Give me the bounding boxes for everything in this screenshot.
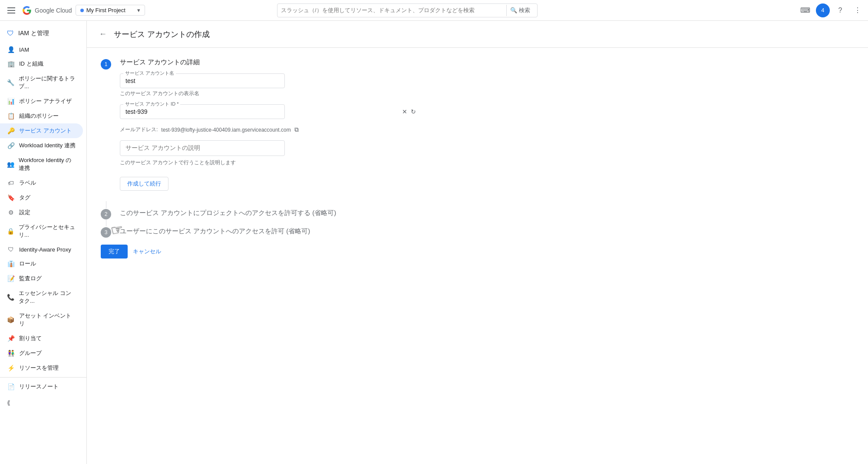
sidebar-item-id-org[interactable]: 🏢 ID と組織 [0, 56, 83, 71]
org-icon: 🏢 [7, 60, 15, 67]
sidebar-item-privacy-security[interactable]: 🔒 プライバシーとセキュリ... [0, 220, 83, 242]
name-hint: このサービス アカウントの表示名 [120, 90, 420, 97]
topbar-right: ⌨ 4 ? ⋮ [799, 3, 865, 17]
trouble-icon: 🔧 [7, 79, 14, 86]
sidebar-item-roles[interactable]: 👔 ロール [0, 256, 83, 271]
sidebar-item-workload-identity[interactable]: 🔗 Workload Identity 連携 [0, 138, 83, 153]
id-input-actions: ✕ ↻ [401, 107, 417, 116]
project-name: My First Project [86, 7, 125, 13]
sidebar-item-label: 監査ログ [19, 275, 42, 282]
sidebar-item-label: リリースノート [19, 383, 59, 391]
done-btn-label: 完了 [109, 248, 120, 255]
step2-content: このサービス アカウントにプロジェクトへのアクセスを許可する (省略可) [120, 208, 420, 219]
avatar-label: 4 [821, 7, 824, 13]
sidebar-item-essential-contact[interactable]: 📞 エッセンシャル コンタク... [0, 286, 83, 308]
labels-icon: 🏷 [7, 179, 15, 186]
step2-indicator: 2 [101, 208, 111, 219]
shield-icon: 🛡 [7, 30, 14, 37]
name-field-label: サービス アカウント名 [123, 70, 176, 76]
sidebar-item-label: ポリシーに関するトラブ... [19, 75, 76, 90]
sidebar-item-label: エッセンシャル コンタク... [19, 289, 76, 305]
step3-num-label: 3 [105, 229, 108, 235]
step1-num-label: 1 [105, 61, 108, 67]
help-icon: ? [838, 7, 842, 14]
sidebar-item-release-notes[interactable]: 📄 リリースノート [0, 379, 83, 394]
sidebar-item-labels[interactable]: 🏷 ラベル [0, 176, 83, 190]
terminal-button[interactable]: ⌨ [799, 3, 812, 17]
sidebar-item-org-policy[interactable]: 📋 組織のポリシー [0, 109, 83, 123]
terminal-icon: ⌨ [800, 6, 810, 14]
hamburger-menu[interactable] [3, 3, 19, 18]
sidebar: 🛡 IAM と管理 👤 IAM 🏢 ID と組織 🔧 ポリシーに関するトラブ..… [0, 21, 87, 464]
collapse-sidebar-btn[interactable]: ⟪ [0, 396, 86, 410]
email-prefix: メールアドレス: [120, 126, 158, 133]
step-divider-1 [101, 201, 420, 208]
create-continue-button[interactable]: 作成して続行 [120, 177, 168, 191]
sidebar-divider [0, 377, 86, 378]
step1-title: サービス アカウントの詳細 [120, 58, 420, 66]
sidebar-item-assignment[interactable]: 📌 割り当て [0, 331, 83, 346]
action-row: 完了 キャンセル [101, 245, 420, 259]
clear-icon: ✕ [402, 108, 407, 115]
step3-indicator: 3 [101, 226, 111, 238]
form-area: 1 サービス アカウントの詳細 サービス アカウント名 このサービス アカウント… [87, 48, 434, 269]
sidebar-item-label: ロール [19, 260, 36, 268]
email-row: メールアドレス: test-939@lofty-justice-400409.i… [120, 126, 420, 133]
search-button[interactable]: 🔍 検索 [506, 5, 534, 16]
resources-icon: ⚡ [7, 365, 15, 371]
step1-content: サービス アカウントの詳細 サービス アカウント名 このサービス アカウントの表… [120, 58, 420, 191]
service-account-icon: 🔑 [7, 127, 15, 134]
sidebar-item-asset-inventory[interactable]: 📦 アセット インベントリ [0, 308, 83, 331]
settings-icon: ⚙ [7, 209, 15, 216]
cancel-button[interactable]: キャンセル [133, 248, 161, 255]
step1-2-divider [106, 201, 106, 208]
sidebar-item-label: ポリシー アナライザ [19, 97, 72, 105]
cancel-btn-label: キャンセル [133, 248, 161, 255]
google-cloud-text: Google Cloud [35, 7, 72, 14]
proxy-icon: 🛡 [7, 246, 15, 253]
step2-num-label: 2 [105, 211, 108, 217]
asset-icon: 📦 [7, 316, 15, 323]
sidebar-item-groups[interactable]: 👫 グループ [0, 346, 83, 361]
sidebar-item-identity-proxy[interactable]: 🛡 Identity-Aware Proxy [0, 242, 83, 256]
sidebar-item-label: タグ [19, 194, 30, 202]
clear-id-button[interactable]: ✕ [401, 107, 408, 116]
desc-hint: このサービス アカウントで行うことを説明します [120, 159, 420, 166]
refresh-id-button[interactable]: ↻ [410, 107, 417, 116]
workforce-icon: 👥 [7, 161, 14, 168]
sidebar-item-manage-resources[interactable]: ⚡ リソースを管理 [0, 361, 83, 375]
step2-title: このサービス アカウントにプロジェクトへのアクセスを許可する (省略可) [120, 208, 420, 217]
sidebar-item-audit-log[interactable]: 📝 監査ログ [0, 271, 83, 286]
help-button[interactable]: ? [833, 3, 847, 17]
project-selector[interactable]: My First Project ▾ [76, 5, 145, 16]
back-arrow-icon: ← [99, 30, 107, 38]
sidebar-item-tags[interactable]: 🔖 タグ [0, 190, 83, 205]
layout: 🛡 IAM と管理 👤 IAM 🏢 ID と組織 🔧 ポリシーに関するトラブ..… [0, 21, 868, 464]
service-account-desc-input[interactable] [120, 140, 285, 156]
sidebar-item-iam[interactable]: 👤 IAM [0, 43, 83, 56]
sidebar-item-label: Workload Identity 連携 [19, 142, 76, 149]
notes-icon: 📄 [7, 383, 15, 390]
search-input[interactable] [281, 7, 503, 13]
org-policy-icon: 📋 [7, 113, 15, 119]
copy-icon: ⧉ [294, 126, 299, 133]
search-bar[interactable]: 🔍 検索 [277, 3, 538, 17]
service-account-name-field: サービス アカウント名 このサービス アカウントの表示名 [120, 73, 420, 97]
sidebar-item-label: プライバシーとセキュリ... [19, 223, 76, 239]
back-button[interactable]: ← [97, 28, 109, 40]
more-options-button[interactable]: ⋮ [851, 3, 865, 17]
id-field-label: サービス アカウント ID * [123, 101, 180, 107]
sidebar-item-policy-analyze[interactable]: 📊 ポリシー アナライザ [0, 94, 83, 109]
sidebar-item-workforce-identity[interactable]: 👥 Workforce Identity の連携 [0, 153, 83, 176]
sidebar-item-policy-trouble[interactable]: 🔧 ポリシーに関するトラブ... [0, 71, 83, 94]
done-button[interactable]: 完了 [101, 245, 128, 259]
sidebar-item-settings[interactable]: ⚙ 設定 [0, 205, 83, 220]
sidebar-item-label: IAM [19, 46, 29, 53]
chevron-down-icon: ▾ [137, 7, 140, 13]
desc-input-wrapper [120, 140, 420, 157]
step2-section: 2 このサービス アカウントにプロジェクトへのアクセスを許可する (省略可) [101, 208, 420, 219]
copy-email-button[interactable]: ⧉ [294, 126, 299, 133]
account-avatar[interactable]: 4 [816, 3, 830, 17]
sidebar-item-label: 設定 [19, 209, 30, 216]
sidebar-item-service-account[interactable]: 🔑 サービス アカウント [0, 123, 83, 138]
